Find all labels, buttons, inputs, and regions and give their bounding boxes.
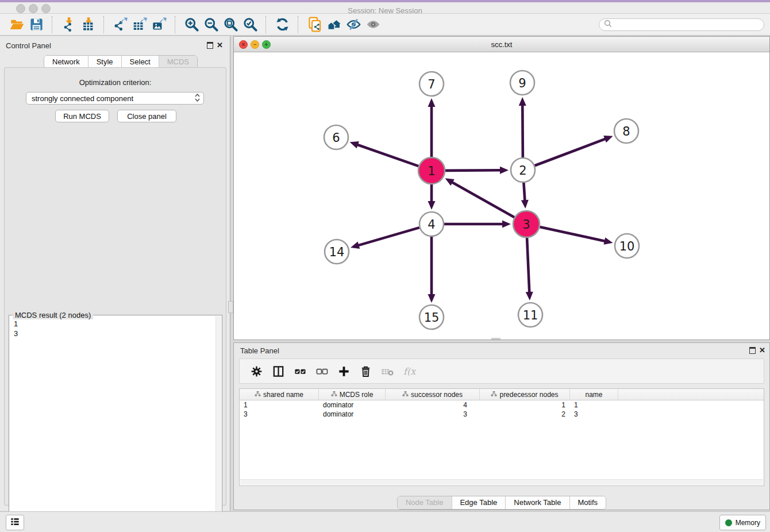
result-scrollbar[interactable] [215, 316, 221, 532]
zoom-out-icon[interactable] [203, 17, 219, 33]
clone-network-icon[interactable] [306, 17, 322, 33]
select-all-columns-icon[interactable] [293, 364, 307, 378]
graph-edge-1-6[interactable] [350, 141, 419, 166]
toolbar-separator [52, 16, 53, 33]
table-cell[interactable]: 3 [240, 410, 319, 418]
graph-edge-3-1[interactable] [445, 178, 515, 217]
table-cell[interactable]: 1 [570, 401, 618, 409]
zoom-selected-icon[interactable] [242, 17, 258, 33]
import-table-icon[interactable] [80, 17, 96, 33]
svg-text:15: 15 [424, 311, 440, 325]
table-cell[interactable]: dominator [319, 410, 386, 418]
import-network-icon[interactable] [60, 17, 76, 33]
svg-text:4: 4 [428, 218, 435, 232]
column-header-name[interactable]: name [570, 389, 618, 400]
apply-layout-icon[interactable] [274, 17, 290, 33]
export-image-icon[interactable] [151, 17, 167, 33]
graph-edge-1-4[interactable] [428, 184, 436, 210]
graph-node-9[interactable]: 9 [510, 71, 534, 95]
split-view-icon[interactable] [271, 364, 285, 378]
graph-node-10[interactable]: 10 [615, 234, 639, 258]
graph-node-2[interactable]: 2 [511, 158, 535, 182]
control-panel-float-icon[interactable] [207, 42, 213, 49]
control-panel-close-icon[interactable]: ✕ [217, 42, 223, 49]
panel-splitter-handle[interactable] [228, 301, 233, 313]
close-panel-button[interactable]: Close panel [117, 110, 176, 122]
network-view-titlebar[interactable]: × – + scc.txt [234, 37, 769, 52]
graph-node-14[interactable]: 14 [325, 240, 349, 264]
table-cell[interactable]: 2 [480, 410, 570, 418]
first-neighbors-icon[interactable] [326, 17, 342, 33]
tab-motifs[interactable]: Motifs [569, 496, 606, 509]
graph-node-4[interactable]: 4 [419, 212, 444, 236]
tab-select[interactable]: Select [121, 56, 159, 68]
criterion-select[interactable]: strongly connected component [26, 92, 204, 105]
memory-button[interactable]: Memory [719, 515, 766, 530]
graph-edge-1-2[interactable] [445, 167, 509, 174]
export-network-icon[interactable] [112, 17, 128, 33]
graph-node-15[interactable]: 15 [419, 305, 444, 329]
search-box[interactable] [599, 18, 764, 31]
node-table: shared nameMCDS rolesuccessor nodesprede… [239, 388, 764, 486]
toolbar-separator [175, 16, 176, 33]
add-column-icon[interactable] [337, 364, 351, 378]
canvas-splitter-handle[interactable] [491, 338, 500, 340]
table-cell[interactable]: 1 [240, 401, 319, 409]
hide-selected-icon[interactable] [345, 17, 361, 33]
table-cell[interactable]: 1 [480, 401, 570, 409]
graph-edge-4-15[interactable] [428, 237, 436, 303]
graph-edge-3-11[interactable] [526, 238, 533, 300]
graph-edge-2-3[interactable] [521, 183, 529, 209]
task-history-button[interactable] [6, 515, 24, 530]
graph-edge-4-3[interactable] [444, 221, 511, 228]
tab-network-table[interactable]: Network Table [505, 496, 569, 509]
search-input[interactable] [614, 20, 764, 29]
column-header-predecessor-nodes[interactable]: predecessor nodes [480, 389, 570, 400]
table-cell[interactable]: 3 [386, 410, 480, 418]
network-view-title: scc.txt [234, 40, 769, 49]
table-row[interactable]: 3dominator323 [240, 410, 764, 419]
function-builder-icon: f(x) [402, 364, 416, 378]
graph-edge-4-14[interactable] [351, 228, 419, 249]
graph-node-7[interactable]: 7 [419, 72, 444, 96]
table-panel-float-icon[interactable] [749, 347, 756, 354]
graph-edge-3-10[interactable] [540, 227, 613, 245]
table-cell[interactable]: 3 [570, 410, 618, 418]
optimization-criterion-label: Optimization criterion: [5, 78, 226, 87]
graph-node-11[interactable]: 11 [518, 303, 542, 327]
tab-mcds[interactable]: MCDS [159, 56, 197, 68]
column-header-MCDS-role[interactable]: MCDS role [319, 389, 386, 400]
run-mcds-button[interactable]: Run MCDS [55, 110, 109, 122]
graph-edge-1-7[interactable] [428, 98, 436, 157]
table-panel-title: Table Panel [240, 346, 279, 355]
table-cell[interactable]: dominator [319, 401, 386, 409]
column-header-shared-name[interactable]: shared name [240, 389, 319, 400]
network-canvas[interactable]: 1234678910111415 [234, 52, 769, 340]
table-row[interactable]: 1dominator411 [240, 400, 764, 410]
tab-node-table[interactable]: Node Table [398, 496, 452, 509]
tab-edge-table[interactable]: Edge Table [451, 496, 505, 509]
table-hscrollbar[interactable] [240, 479, 763, 485]
column-header-successor-nodes[interactable]: successor nodes [386, 389, 480, 400]
table-panel-tabs: Node TableEdge TableNetwork TableMotifs [397, 496, 606, 510]
tab-style[interactable]: Style [88, 56, 121, 68]
tab-network[interactable]: Network [44, 56, 88, 68]
table-panel-close-icon[interactable]: ✕ [759, 347, 765, 354]
table-settings-icon[interactable] [249, 364, 263, 378]
graph-node-6[interactable]: 6 [324, 125, 348, 149]
save-session-icon[interactable] [28, 17, 44, 33]
graph-node-3[interactable]: 3 [513, 211, 540, 237]
table-toolbar: f(x) [239, 358, 764, 384]
mcds-result-list: 13 [14, 319, 18, 338]
deselect-all-columns-icon[interactable] [315, 364, 329, 378]
graph-node-1[interactable]: 1 [418, 157, 445, 184]
graph-edge-2-9[interactable] [519, 97, 526, 157]
zoom-fit-icon[interactable] [222, 17, 238, 33]
export-table-icon[interactable] [132, 17, 148, 33]
graph-node-8[interactable]: 8 [614, 119, 638, 143]
zoom-in-icon[interactable] [183, 17, 199, 33]
delete-column-icon[interactable] [359, 364, 372, 378]
table-cell[interactable]: 4 [386, 401, 480, 409]
graph-edge-2-8[interactable] [535, 136, 613, 165]
open-session-icon[interactable] [9, 17, 25, 33]
